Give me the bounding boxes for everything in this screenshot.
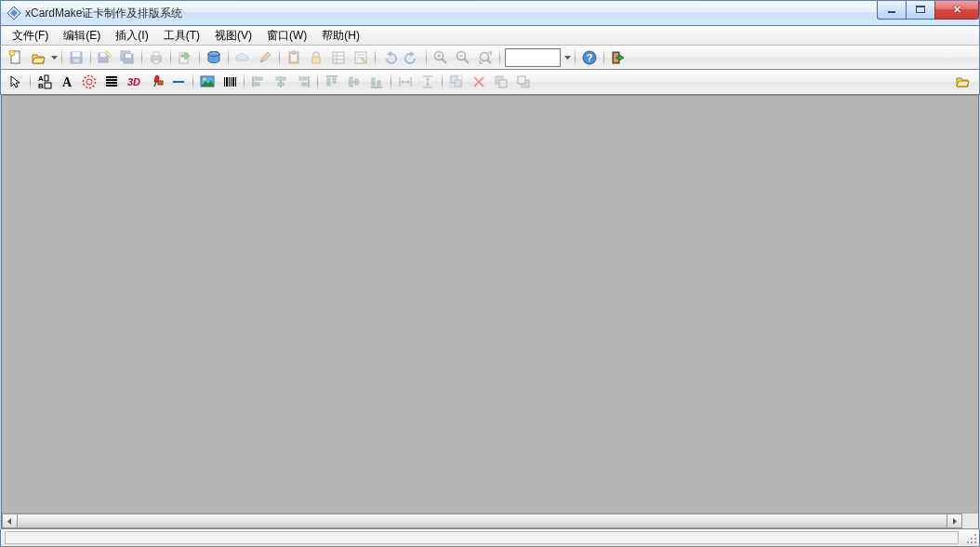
svg-point-111 [974,538,976,540]
barcode-button[interactable] [219,72,240,92]
pointer-tool-button[interactable] [6,72,26,92]
zoom-in-button[interactable] [430,47,451,68]
zoom-fit-button[interactable] [475,47,496,68]
svg-rect-26 [312,57,320,63]
save-all-button[interactable] [117,47,138,68]
scroll-thumb[interactable] [18,514,947,528]
menu-window[interactable]: 窗口(W) [259,26,314,46]
pushpin-button[interactable] [146,72,166,92]
redo-button[interactable] [402,47,422,68]
svg-line-41 [465,59,470,63]
svg-point-66 [204,78,206,81]
save-as-button[interactable] [95,47,115,68]
same-width-button[interactable] [395,72,416,92]
help-button[interactable]: ? [579,47,600,68]
separator [499,48,500,67]
line-tool-button[interactable] [168,72,189,92]
horizontal-scrollbar[interactable] [2,513,978,528]
undo-button[interactable] [379,47,400,68]
minimize-button[interactable] [877,1,907,20]
svg-point-43 [481,52,489,60]
scroll-corner [962,514,978,528]
separator [317,73,318,91]
send-back-button[interactable] [513,72,534,92]
svg-rect-78 [276,77,285,80]
align-center-h-button[interactable] [271,72,291,92]
new-button[interactable] [6,47,26,68]
menu-file[interactable]: 文件(F) [5,26,56,46]
align-bottom-button[interactable] [366,72,387,92]
scroll-right-button[interactable] [947,514,962,528]
separator [442,73,443,91]
svg-rect-76 [255,83,259,86]
separator [141,48,142,67]
folder-open-button[interactable] [952,72,973,92]
open-button[interactable] [28,47,48,68]
maximize-button[interactable] [906,1,935,20]
formatting-toolbar: AB A 3D [0,70,980,95]
window-controls: ✕ [878,1,979,20]
cloud-button[interactable] [232,47,253,68]
scroll-left-button[interactable] [2,514,18,528]
svg-text:3D: 3D [127,76,140,87]
ungroup-button[interactable] [469,72,489,92]
stamp-button[interactable] [79,72,99,92]
separator [30,73,31,91]
exit-button[interactable] [608,47,629,68]
svg-rect-84 [327,78,330,86]
resize-grip[interactable] [964,531,977,544]
align-right-button[interactable] [293,72,313,92]
svg-rect-71 [231,77,232,87]
zoom-dropdown[interactable] [563,56,572,60]
3d-button[interactable]: 3D [124,72,144,92]
svg-rect-24 [291,54,297,61]
align-left-button[interactable] [248,72,269,92]
status-text [5,531,959,544]
database-button[interactable] [204,47,224,68]
workspace [1,95,979,529]
svg-rect-68 [224,77,225,87]
open-dropdown[interactable] [49,56,59,60]
clipboard-button[interactable] [284,47,304,68]
export-button[interactable] [175,47,195,68]
svg-rect-51 [45,75,48,81]
svg-point-56 [86,79,92,85]
svg-rect-16 [126,54,131,58]
separator [61,48,62,67]
menu-edit[interactable]: 编辑(E) [56,26,108,46]
close-button[interactable]: ✕ [934,1,979,20]
form-edit-button[interactable] [351,47,371,68]
pen-button[interactable] [255,47,275,68]
standard-toolbar: ? [0,45,980,70]
menu-help[interactable]: 帮助(H) [314,26,367,46]
canvas-area[interactable] [2,96,978,513]
svg-rect-73 [235,77,236,87]
align-center-v-button[interactable] [344,72,364,92]
menu-tools[interactable]: 工具(T) [156,26,207,46]
align-top-button[interactable] [322,72,342,92]
separator [192,73,193,91]
bring-front-button[interactable] [491,72,511,92]
svg-rect-11 [73,59,79,62]
svg-point-112 [967,541,969,543]
lines-button[interactable] [101,72,122,92]
svg-rect-88 [355,79,358,85]
group-button[interactable] [446,72,467,92]
print-button[interactable] [146,47,166,68]
same-height-button[interactable] [417,72,438,92]
lock-button[interactable] [306,47,326,68]
text-tool-button[interactable]: A [57,72,77,92]
save-button[interactable] [66,47,86,68]
svg-rect-18 [153,52,159,56]
zoom-out-button[interactable] [453,47,473,68]
zoom-combo[interactable] [505,48,561,67]
menu-insert[interactable]: 插入(I) [108,26,155,46]
textframe-button[interactable]: AB [34,72,55,92]
svg-point-114 [974,541,976,543]
image-button[interactable] [197,72,218,92]
separator [391,73,391,91]
form-layout-button[interactable] [328,47,349,68]
svg-line-37 [443,59,447,63]
menu-view[interactable]: 视图(V) [207,26,259,46]
svg-rect-63 [158,81,163,85]
